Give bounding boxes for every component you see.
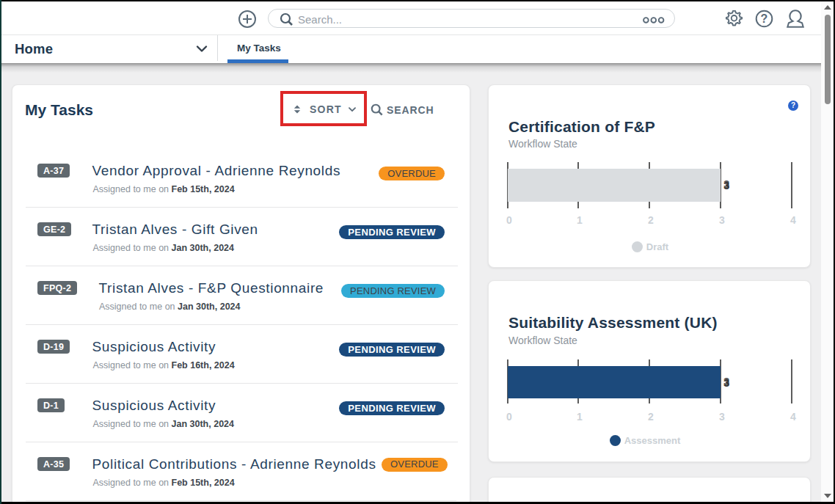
svg-text:?: ? bbox=[761, 12, 768, 25]
